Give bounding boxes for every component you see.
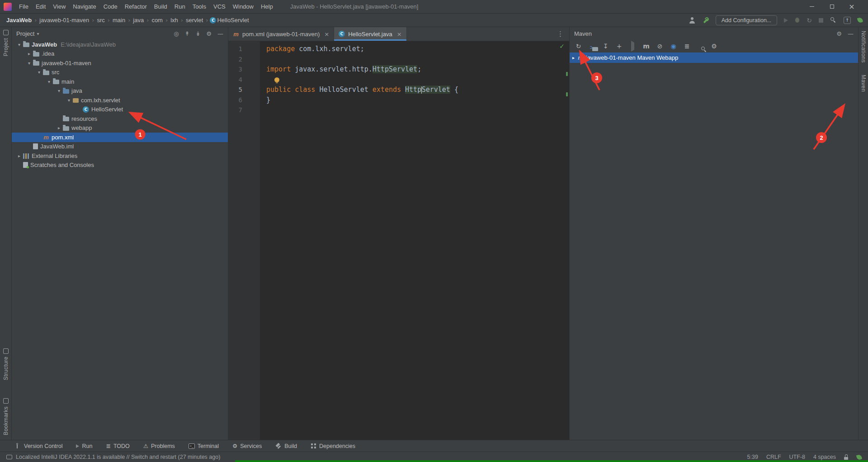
status-monitor-icon[interactable] xyxy=(6,455,12,459)
tool-button-dependencies[interactable]: Dependencies xyxy=(311,443,355,449)
menu-help[interactable]: Help xyxy=(257,3,277,10)
execute-goal-icon[interactable]: m xyxy=(640,43,652,50)
close-icon[interactable]: × xyxy=(324,31,329,38)
tool-button-build[interactable]: Build xyxy=(275,443,297,449)
tree-item-javaweb-iml[interactable]: JavaWeb.iml xyxy=(12,142,228,152)
lock-icon[interactable] xyxy=(844,454,849,460)
breadcrumb-helloservlet[interactable]: HelloServlet xyxy=(216,17,250,24)
menu-tools[interactable]: Tools xyxy=(189,3,210,10)
tree-item-idea[interactable]: ▸ .idea xyxy=(12,49,228,59)
user-icon[interactable] xyxy=(689,17,696,24)
menu-window[interactable]: Window xyxy=(229,3,257,10)
maven-project-row[interactable]: ▸ m javaweb-01-maven Maven Webapp xyxy=(570,52,858,63)
collapse-all-icon[interactable]: ↡ xyxy=(195,30,200,37)
hide-panel-icon[interactable]: — xyxy=(217,30,223,37)
reload-maven-projects-icon[interactable]: ↻ xyxy=(572,43,585,50)
more-tabs-icon[interactable]: ⋮ xyxy=(552,30,569,38)
caret-down-icon[interactable]: ▾ xyxy=(15,42,23,47)
tab-helloservlet-java[interactable]: C HelloServlet.java × xyxy=(334,27,406,41)
download-sources-icon[interactable]: ↧ xyxy=(599,43,612,50)
tool-button-structure[interactable]: Structure xyxy=(3,348,9,380)
tab-pom-xml[interactable]: m pom.xml (javaweb-01-maven) × xyxy=(228,27,334,41)
gear-icon[interactable]: ⚙ xyxy=(836,30,842,37)
code-line-6[interactable]: } xyxy=(260,95,569,105)
search-everywhere-icon[interactable] xyxy=(830,17,837,24)
tool-button-project[interactable]: Project xyxy=(3,30,9,56)
profiles-filter-icon[interactable]: ≣ xyxy=(681,43,693,50)
close-button[interactable]: × xyxy=(842,0,862,13)
menu-build[interactable]: Build xyxy=(151,3,171,10)
select-opened-file-icon[interactable]: ◎ xyxy=(174,30,179,37)
tool-button-run[interactable]: Run xyxy=(76,443,92,449)
caret-down-icon[interactable]: ▾ xyxy=(65,98,73,103)
inspections-ok-icon[interactable]: ✓ xyxy=(559,43,565,50)
tool-button-bookmarks[interactable]: Bookmarks xyxy=(3,398,9,435)
tool-button-terminal[interactable]: Terminal xyxy=(189,443,219,449)
code-line-3[interactable]: import javax.servlet.http.HttpServlet; xyxy=(260,64,569,75)
maven-settings-icon[interactable]: ⚙ xyxy=(708,43,720,50)
line-separator-widget[interactable]: CRLF xyxy=(766,454,781,460)
breadcrumb-src[interactable]: src xyxy=(96,17,105,24)
caret-right-icon[interactable]: ▸ xyxy=(15,153,23,158)
run-icon[interactable] xyxy=(784,18,788,23)
caret-down-icon[interactable]: ▾ xyxy=(55,88,63,93)
run-maven-icon[interactable] xyxy=(627,43,639,50)
menu-edit[interactable]: Edit xyxy=(32,3,49,10)
notifications-icon[interactable] xyxy=(856,454,862,460)
tree-item-package[interactable]: ▾ com.lxh.servlet xyxy=(12,95,228,105)
caret-position-widget[interactable]: 5:39 xyxy=(747,454,758,460)
toolbar-up-icon[interactable]: ↑ xyxy=(844,17,851,24)
rerun-icon[interactable]: ↻ xyxy=(807,17,812,24)
caret-right-icon[interactable]: ▸ xyxy=(55,125,63,130)
tree-item-external-libraries[interactable]: ▸ External Libraries xyxy=(12,151,228,161)
add-configuration-button[interactable]: Add Configuration... xyxy=(716,15,778,25)
status-message[interactable]: Localized IntelliJ IDEA 2022.1.1 is avai… xyxy=(16,454,220,460)
breadcrumb-lxh[interactable]: lxh xyxy=(170,17,179,24)
tree-item-resources[interactable]: resources xyxy=(12,114,228,124)
project-title[interactable]: Project xyxy=(16,30,34,37)
tool-button-todo[interactable]: ≣ TODO xyxy=(106,443,129,449)
encoding-widget[interactable]: UTF-8 xyxy=(789,454,805,460)
menu-vcs[interactable]: VCS xyxy=(210,3,229,10)
code-line-5[interactable]: public class HelloServlet extends HttpSe… xyxy=(260,85,569,95)
tree-item-helloservlet[interactable]: C HelloServlet xyxy=(12,105,228,114)
leaf-icon[interactable] xyxy=(857,17,863,23)
code-line-1[interactable]: package com.lxh.servlet; xyxy=(260,44,569,54)
breadcrumb-servlet[interactable]: servlet xyxy=(185,17,204,24)
hide-panel-icon[interactable]: — xyxy=(848,30,854,37)
maximize-button[interactable] xyxy=(822,0,842,13)
setup-wrench-icon[interactable] xyxy=(703,17,709,24)
caret-down-icon[interactable]: ▾ xyxy=(45,79,53,84)
editor-gutter[interactable]: 1 2 3 4 5 6 7 xyxy=(228,41,260,440)
menu-view[interactable]: View xyxy=(49,3,69,10)
menu-run[interactable]: Run xyxy=(171,3,189,10)
menu-refactor[interactable]: Refactor xyxy=(121,3,151,10)
tree-item-javaweb-root[interactable]: ▾ JavaWeb E:\ideajava\JavaWeb xyxy=(12,40,228,49)
offline-mode-icon[interactable]: ◉ xyxy=(667,43,679,50)
breadcrumb-java[interactable]: java xyxy=(132,17,145,24)
tree-item-javaweb-01-maven[interactable]: ▾ javaweb-01-maven xyxy=(12,58,228,68)
tool-button-services[interactable]: ⚙ Services xyxy=(232,443,262,449)
add-maven-project-icon[interactable]: + xyxy=(613,43,625,50)
caret-right-icon[interactable]: ▸ xyxy=(570,55,577,60)
skip-tests-icon[interactable]: ⊘ xyxy=(654,43,666,50)
tree-item-src[interactable]: ▾ src xyxy=(12,68,228,77)
tree-item-java[interactable]: ▾ java xyxy=(12,86,228,96)
breadcrumb-com[interactable]: com xyxy=(151,17,164,24)
minimize-button[interactable] xyxy=(802,0,822,13)
tool-button-version-control[interactable]: Version Control xyxy=(15,443,62,449)
gear-icon[interactable]: ⚙ xyxy=(206,30,212,37)
chevron-down-icon[interactable]: ▾ xyxy=(37,31,39,36)
stop-icon[interactable] xyxy=(819,18,823,23)
code-editor[interactable]: package com.lxh.servlet; import javax.se… xyxy=(260,41,569,440)
tree-item-webapp[interactable]: ▸ webapp xyxy=(12,124,228,133)
code-line-7[interactable] xyxy=(260,105,569,115)
breadcrumb-module[interactable]: javaweb-01-maven xyxy=(38,17,90,24)
tool-button-problems[interactable]: ⚠ Problems xyxy=(143,443,175,449)
indent-widget[interactable]: 4 spaces xyxy=(813,454,836,460)
menu-navigate[interactable]: Navigate xyxy=(69,3,99,10)
tool-button-notifications[interactable]: Notifications xyxy=(860,31,867,63)
caret-right-icon[interactable]: ▸ xyxy=(25,51,33,56)
code-line-4[interactable] xyxy=(260,75,569,85)
caret-down-icon[interactable]: ▾ xyxy=(25,61,33,66)
